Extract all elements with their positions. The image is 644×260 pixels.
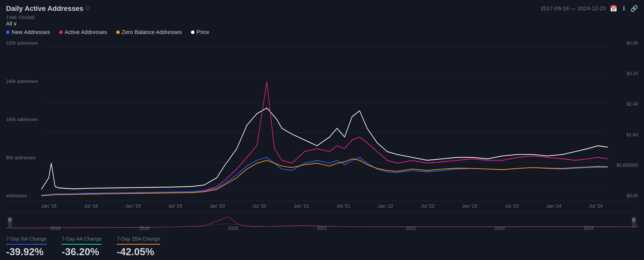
legend-label-price: Price — [196, 29, 209, 36]
mini-year-2023: 2023 — [495, 226, 505, 231]
y-axis-left: 320k addresses 240k addresses 160k addre… — [6, 38, 41, 201]
x-axis: Jan '18 Jul '18 Jan '19 Jul '19 Jan '20 … — [6, 201, 638, 211]
x-label-jul20: Jul '20 — [252, 203, 266, 209]
y-label-3-20: $3.20 — [608, 71, 638, 76]
timeframe-section: TIME FRAME All ∨ — [6, 15, 638, 27]
zero-balance-line — [41, 159, 608, 196]
legend-item-active-addresses: Active Addresses — [59, 29, 107, 36]
legend-dot-price — [191, 30, 194, 34]
download-icon[interactable]: ⬇ — [621, 5, 626, 12]
y-axis-right: $4.00 $3.20 $2.40 $1.60 $0.800000 $0.00 — [608, 38, 638, 201]
stat-zba-label-text: 7-Day ZBA Change — [117, 236, 160, 242]
y-label-4: $4.00 — [608, 41, 638, 46]
price-line — [41, 108, 608, 189]
x-label-jul19: Jul '19 — [168, 203, 182, 209]
y-label-0-8: $0.800000 — [608, 163, 638, 168]
legend-dot-new-addresses — [6, 30, 10, 34]
calendar-icon[interactable]: 📅 — [610, 5, 617, 12]
stat-aa-value: -36.20% — [62, 246, 102, 257]
stat-zba-label: 7-Day ZBA Change — [117, 236, 160, 242]
mini-year-2022: 2022 — [406, 226, 416, 231]
y-label-80k: 80k addresses — [6, 155, 41, 160]
y-label-1-60: $1.60 — [608, 132, 638, 138]
header: Daily Active Addresses ⓘ 2017-09-18 — 20… — [6, 5, 638, 13]
stat-zba-value: -42.05% — [117, 246, 160, 257]
x-label-jan24: Jan '24 — [546, 203, 561, 209]
stat-aa-label: 7-Day AA Change — [62, 236, 102, 242]
header-right: 2017-09-18 — 2024-12-23 📅 ⬇ 🔗 — [541, 5, 638, 12]
stats-section: 7-Day NA Change -39.92% 7-Day AA Change … — [6, 232, 638, 257]
y-label-160k: 160k addresses — [6, 117, 41, 122]
x-label-jul21: Jul '21 — [337, 203, 350, 209]
mini-year-2019: 2019 — [139, 226, 149, 231]
info-icon[interactable]: ⓘ — [86, 6, 90, 12]
x-label-jul23: Jul '23 — [505, 203, 518, 209]
mini-chart-area[interactable]: ||| ||| 2018 2019 2020 2021 2022 2023 20… — [6, 212, 638, 232]
chevron-down-icon: ∨ — [13, 20, 17, 27]
share-icon[interactable]: 🔗 — [630, 5, 638, 12]
y-label-320k: 320k addresses — [6, 41, 41, 46]
x-label-jan18: Jan '18 — [41, 203, 57, 209]
x-label-jan21: Jan '21 — [294, 203, 309, 209]
chart-legend: New Addresses Active Addresses Zero Bala… — [6, 29, 638, 36]
date-range: 2017-09-18 — 2024-12-23 — [541, 5, 606, 12]
stat-na-value: -39.92% — [6, 246, 47, 257]
mini-year-2024: 2024 — [583, 226, 593, 231]
mini-year-2020: 2020 — [228, 226, 238, 231]
active-addresses-line — [41, 82, 608, 195]
legend-label-zero-balance: Zero Balance Addresses — [122, 29, 182, 36]
chart-svg — [41, 38, 608, 201]
mini-year-labels: 2018 2019 2020 2021 2022 2023 2024 — [6, 226, 638, 231]
x-label-jul24: Jul '24 — [589, 203, 603, 209]
stat-na-change: 7-Day NA Change -39.92% — [6, 236, 47, 257]
new-addresses-line — [41, 157, 608, 195]
x-label-jan19: Jan '19 — [126, 203, 141, 209]
legend-dot-active-addresses — [59, 30, 63, 34]
chart-area: 320k addresses 240k addresses 160k addre… — [6, 38, 638, 232]
main-container: Daily Active Addresses ⓘ 2017-09-18 — 20… — [0, 0, 644, 260]
timeframe-dropdown[interactable]: All ∨ — [6, 20, 638, 27]
stat-aa-label-text: 7-Day AA Change — [62, 236, 102, 242]
mini-year-2018: 2018 — [51, 226, 61, 231]
legend-item-zero-balance: Zero Balance Addresses — [116, 29, 182, 36]
stat-zba-change: 7-Day ZBA Change -42.05% — [117, 236, 160, 257]
stat-na-label-text: 7-Day NA Change — [6, 236, 47, 242]
y-label-2-40: $2.40 — [608, 102, 638, 107]
stat-aa-underline — [62, 244, 102, 245]
header-left: Daily Active Addresses ⓘ — [6, 5, 90, 13]
stat-zba-underline — [117, 244, 160, 245]
legend-dot-zero-balance — [116, 30, 120, 34]
legend-item-new-addresses: New Addresses — [6, 29, 50, 36]
x-label-jan20: Jan '20 — [210, 203, 225, 209]
stat-na-label: 7-Day NA Change — [6, 236, 47, 242]
x-label-jan22: Jan '22 — [378, 203, 393, 209]
legend-label-active-addresses: Active Addresses — [65, 29, 107, 36]
timeframe-value-text: All — [6, 20, 12, 27]
timeframe-label: TIME FRAME — [6, 15, 638, 20]
y-label-240k: 240k addresses — [6, 79, 41, 84]
stat-na-underline — [6, 244, 47, 245]
y-label-0-00: $0.00 — [608, 193, 638, 199]
x-label-jul18: Jul '18 — [84, 203, 98, 209]
main-chart[interactable]: 320k addresses 240k addresses 160k addre… — [6, 38, 638, 201]
mini-year-2021: 2021 — [317, 226, 327, 231]
stat-aa-change: 7-Day AA Change -36.20% — [62, 236, 102, 257]
legend-item-price: Price — [191, 29, 209, 36]
y-label-0: addresses — [6, 193, 41, 199]
x-label-jul22: Jul '22 — [421, 203, 434, 209]
page-title: Daily Active Addresses — [6, 5, 84, 13]
x-label-jan23: Jan '23 — [462, 203, 477, 209]
legend-label-new-addresses: New Addresses — [12, 29, 50, 36]
